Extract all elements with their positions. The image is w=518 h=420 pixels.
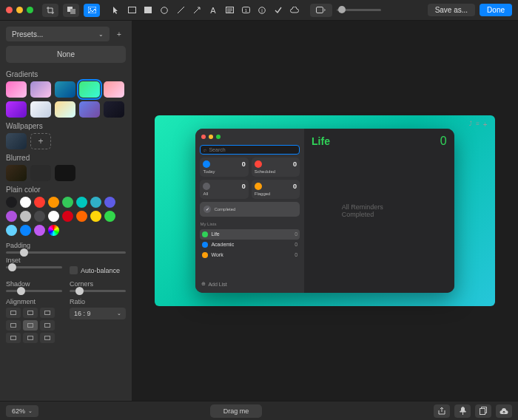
presets-dropdown[interactable]: Presets... ⌄ (6, 27, 110, 41)
inset-slider[interactable] (6, 266, 62, 268)
align-top-center[interactable] (23, 308, 38, 318)
list-color-icon (255, 160, 262, 168)
cloud-upload-button[interactable] (496, 404, 512, 418)
blurred-swatch[interactable] (6, 165, 27, 181)
save-as-button[interactable]: Save as... (428, 4, 475, 16)
pointer-tool[interactable] (110, 4, 121, 16)
top-toolbar: A 1 i Save as... Done (0, 0, 518, 21)
rect-tool[interactable] (126, 4, 138, 16)
zoom-dropdown[interactable]: 62% ⌄ (6, 405, 38, 417)
corners-slider[interactable] (70, 290, 126, 292)
color-swatch[interactable] (62, 211, 73, 222)
gradient-swatch[interactable] (55, 101, 75, 118)
gradient-swatch[interactable] (6, 81, 27, 98)
gradient-swatch[interactable] (30, 81, 51, 98)
color-swatch[interactable] (20, 211, 31, 222)
add-list-button[interactable]: ⊕ Add List (200, 280, 300, 288)
wallpaper-swatch[interactable] (6, 133, 27, 149)
color-swatch[interactable] (20, 197, 31, 208)
list-item[interactable]: Academic0 (200, 240, 300, 250)
gradient-swatch[interactable] (79, 101, 100, 118)
gradient-swatch[interactable] (104, 101, 124, 118)
align-top-left[interactable] (6, 308, 21, 318)
smart-list-today[interactable]: 0Today (200, 158, 248, 177)
align-bot-left[interactable] (6, 333, 21, 343)
color-swatch[interactable] (76, 211, 87, 222)
align-top-right[interactable] (40, 308, 55, 318)
gradient-swatch[interactable] (30, 101, 51, 118)
circle-tool[interactable] (158, 4, 170, 16)
align-mid-left[interactable] (6, 320, 21, 331)
blurred-swatch[interactable] (30, 165, 51, 181)
completed-box[interactable]: ✓ Completed (200, 202, 300, 217)
shadow-slider[interactable] (6, 290, 62, 292)
pin-button[interactable] (454, 404, 471, 418)
add-wallpaper-button[interactable]: + (30, 133, 51, 149)
blurred-swatch[interactable] (55, 165, 75, 181)
color-swatch[interactable] (48, 225, 59, 236)
auto-balance-checkbox[interactable] (70, 266, 78, 274)
smart-list-flagged[interactable]: 0Flagged (252, 180, 300, 199)
svg-rect-4 (128, 7, 135, 13)
cloud-tool[interactable] (289, 4, 300, 16)
align-mid-right[interactable] (40, 320, 55, 331)
color-swatch[interactable] (34, 197, 45, 208)
color-swatch[interactable] (104, 211, 115, 222)
canvas-area[interactable]: ⤴ ≡ + ⌕ Search 0Today0Scheduled0All0Flag… (132, 21, 518, 401)
color-swatch[interactable] (90, 197, 101, 208)
color-swatch[interactable] (6, 225, 17, 236)
smart-list-all[interactable]: 0All (200, 180, 248, 199)
background-tool-button[interactable] (84, 4, 100, 17)
fill-rect-tool[interactable] (142, 4, 154, 16)
color-swatch[interactable] (48, 211, 59, 222)
ratio-dropdown[interactable]: 16 : 9 ⌄ (70, 308, 126, 319)
list-item[interactable]: Life0 (200, 229, 300, 240)
text-tool[interactable]: A (207, 4, 219, 16)
overlay-tool-button[interactable] (63, 4, 79, 17)
stroke-width-slider[interactable] (337, 9, 381, 11)
color-swatch[interactable] (34, 211, 45, 222)
add-preset-button[interactable]: + (112, 27, 126, 41)
info-tool[interactable]: i (256, 4, 268, 16)
color-swatch[interactable] (34, 225, 45, 236)
align-mid-center[interactable] (23, 320, 38, 331)
redact-tool[interactable] (223, 4, 235, 16)
fill-rect-icon (144, 7, 152, 13)
reminders-sidebar: ⤴ ≡ + ⌕ Search 0Today0Scheduled0All0Flag… (195, 129, 304, 293)
color-swatch[interactable] (76, 197, 87, 208)
alignment-grid (6, 308, 59, 343)
gradient-swatch[interactable] (79, 81, 100, 98)
align-bot-right[interactable] (40, 333, 55, 343)
copy-button[interactable] (475, 404, 491, 418)
maximize-window-icon[interactable] (27, 7, 33, 13)
none-background-button[interactable]: None (6, 46, 126, 63)
line-tool[interactable] (175, 4, 186, 16)
drag-me-handle[interactable]: Drag me (210, 404, 263, 418)
list-item[interactable]: Work0 (200, 250, 300, 260)
done-button[interactable]: Done (480, 4, 512, 16)
crop-tool-button[interactable] (42, 4, 58, 17)
color-swatch[interactable] (104, 197, 115, 208)
smart-list-scheduled[interactable]: 0Scheduled (252, 158, 300, 177)
list-color-icon (255, 183, 262, 190)
color-swatch[interactable] (62, 197, 73, 208)
app-search-input[interactable]: ⌕ Search (200, 145, 300, 155)
gradient-swatch[interactable] (104, 81, 124, 98)
gradient-swatch[interactable] (6, 101, 27, 118)
color-swatch[interactable] (6, 211, 17, 222)
gradient-swatch[interactable] (55, 81, 75, 98)
checkmark-tool[interactable] (272, 4, 284, 16)
minimize-window-icon[interactable] (16, 7, 23, 13)
align-bot-center[interactable] (23, 333, 38, 343)
number-tool[interactable]: 1 (240, 4, 252, 16)
color-swatch[interactable] (48, 197, 59, 208)
color-swatch[interactable] (20, 225, 31, 236)
color-swatch[interactable] (6, 197, 17, 208)
arrow-tool[interactable] (191, 4, 203, 16)
window-traffic-lights[interactable] (6, 7, 33, 13)
padding-slider[interactable] (6, 251, 126, 254)
export-share-button[interactable] (434, 404, 450, 418)
color-swatch[interactable] (90, 211, 101, 222)
device-frame-dropdown[interactable] (310, 4, 332, 17)
close-window-icon[interactable] (6, 7, 13, 13)
